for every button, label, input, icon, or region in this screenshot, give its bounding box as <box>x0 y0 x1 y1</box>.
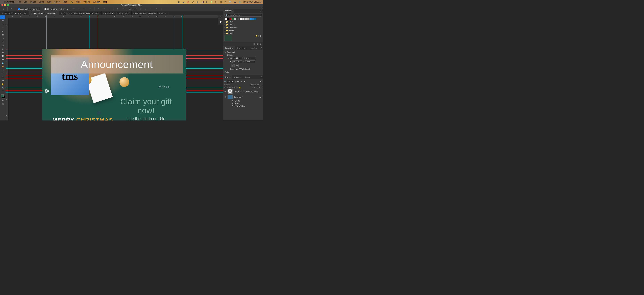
swatch-folder-grayscale[interactable]: ›📁Grayscale <box>224 27 262 28</box>
layer-row[interactable]: 👁 Rectangle 7 fx ˄ <box>223 94 263 100</box>
tab-christmas[interactable]: ×christmas2022.psd @ 33.3% (RGB/8) <box>132 12 168 15</box>
marquee-tool[interactable]: ▭ <box>0 19 5 22</box>
canvas-width-input[interactable] <box>233 57 242 60</box>
home-button[interactable]: ⌂ <box>1 7 5 11</box>
user-icon[interactable]: ◯ <box>215 1 218 3</box>
orientation-landscape[interactable]: ▭ <box>235 64 238 67</box>
lasso-tool[interactable]: ⟆ <box>0 22 5 26</box>
swatch[interactable] <box>242 18 245 20</box>
align-left-icon[interactable]: ≡ <box>72 7 76 11</box>
dodge-tool[interactable]: 🔆 <box>0 65 5 68</box>
close-tab-icon[interactable]: × <box>31 12 32 14</box>
effects-header[interactable]: 👁Effects <box>223 100 263 102</box>
swatch-folder-light[interactable]: ›📁Light <box>224 32 262 34</box>
filter-smart-icon[interactable]: ▣ <box>244 80 245 82</box>
brush-tool[interactable]: 🖌 <box>0 44 5 47</box>
close-tab-icon[interactable]: × <box>103 12 104 14</box>
swatch-delete-icon[interactable]: 🗑 <box>260 35 262 41</box>
align-full-icon[interactable]: ☰ <box>88 7 92 11</box>
tab-paths[interactable]: Paths <box>243 75 252 79</box>
quickmask-toggle[interactable]: ◙ <box>0 99 5 102</box>
swatch-delete-icon[interactable]: 🗑 <box>260 43 262 45</box>
align-bottom-icon[interactable]: ⊥ <box>107 7 111 11</box>
tab-properties[interactable]: Properties <box>223 46 235 50</box>
swatch[interactable] <box>229 18 232 20</box>
layer-thumb[interactable] <box>228 89 232 94</box>
align-top-icon[interactable]: ⊤ <box>96 7 100 11</box>
collapsed-panel-icon[interactable]: ☷ <box>218 16 223 20</box>
menu-select[interactable]: Select <box>54 1 60 3</box>
wand-tool[interactable]: ✧ <box>0 26 5 30</box>
align-center-h-icon[interactable]: ≣ <box>78 7 82 11</box>
canvas-area[interactable]: 0 1 2 3 4 5 6 7 8 9 10 11 12 13 14 15 16… <box>6 15 223 120</box>
path-select-tool[interactable]: ▷ <box>0 75 5 79</box>
screenmode-toggle[interactable]: ▣ <box>0 102 5 106</box>
ruler-horizontal[interactable]: 0 1 2 3 4 5 6 7 8 9 10 11 12 13 14 15 16… <box>8 15 223 18</box>
swatch[interactable] <box>224 18 227 20</box>
control-center-icon[interactable]: ◎ <box>220 1 222 3</box>
control-icon[interactable]: ☰ <box>234 1 236 3</box>
minimize-window-button[interactable] <box>4 4 6 6</box>
more-align-icon[interactable]: ⋯ <box>121 7 125 11</box>
move-tool-preset[interactable]: ✥▾ <box>10 7 14 11</box>
menu-view[interactable]: View <box>76 1 80 3</box>
show-transform-controls[interactable]: Show Transform Controls <box>44 8 68 10</box>
hex-icon[interactable]: ⬡ <box>192 1 194 3</box>
lock-trans-icon[interactable]: ▦ <box>229 86 231 88</box>
heal-tool[interactable]: ✚ <box>0 40 5 44</box>
filter-pixel-icon[interactable]: ▧ <box>235 80 236 82</box>
menu-3d[interactable]: 3D <box>70 1 73 3</box>
history-brush-tool[interactable]: ↺ <box>0 51 5 54</box>
zoom-window-button[interactable] <box>7 4 9 6</box>
menuextra-icon[interactable]: ▦ <box>177 1 180 3</box>
layer-fx-badge[interactable]: fx ˄ <box>260 96 262 98</box>
swatch-folder-pastel[interactable]: ›📁Pastel <box>224 30 262 32</box>
orientation-portrait[interactable]: ▯ <box>231 64 234 67</box>
visibility-toggle[interactable]: 👁 <box>224 96 226 98</box>
swatch[interactable] <box>247 18 249 20</box>
swatch-new-icon[interactable]: ⊞ <box>257 43 258 45</box>
opacity-value[interactable]: 100% <box>256 84 261 86</box>
close-tab-icon[interactable]: × <box>133 12 134 14</box>
panel-menu-icon[interactable]: ☰ <box>260 9 263 13</box>
link-wh-icon[interactable]: ⛓ <box>228 57 229 59</box>
app-name[interactable]: Photoshop <box>4 1 14 3</box>
menu-window[interactable]: Window <box>93 1 100 3</box>
lock-nest-icon[interactable]: ⊡ <box>236 86 238 88</box>
shape-tool[interactable]: ▭ <box>0 79 5 82</box>
ruler-origin[interactable] <box>6 15 8 18</box>
tab-libraries[interactable]: Libraries <box>248 46 258 50</box>
swatch-folder-cmyk[interactable]: ›📁CMYK <box>224 24 262 26</box>
tab-fnc[interactable]: ×FNC.psd @ 34.3% (RGB/8) * <box>0 12 29 15</box>
color-wells[interactable] <box>1 94 5 99</box>
effect-stroke[interactable]: 👁Stroke <box>223 102 263 105</box>
menu-image[interactable]: Image <box>30 1 36 3</box>
tab-swatches[interactable]: Swatches <box>223 9 234 13</box>
ruler-vertical[interactable]: 3 0 6 8 <box>6 18 8 120</box>
filter-adjust-icon[interactable]: ◐ <box>237 80 239 82</box>
swatch[interactable] <box>254 18 256 20</box>
close-window-button[interactable] <box>1 4 3 6</box>
type-tool[interactable]: T <box>0 72 5 75</box>
tab-untitled1[interactable]: ×Untitled-1 @ 500% (Bottom banner, RGB/8… <box>59 12 102 15</box>
move-tool[interactable]: ✥ <box>0 16 5 19</box>
blend-mode[interactable]: Normal <box>224 84 230 86</box>
auto-select-kind[interactable]: Layer <box>32 7 40 10</box>
swatch-new-icon[interactable]: ⊞ <box>258 35 260 41</box>
crop-tool[interactable]: ⌗ <box>0 30 5 33</box>
swatch-folder-icon[interactable]: 📁 <box>256 35 258 41</box>
swatch[interactable] <box>240 18 242 20</box>
pen-tool[interactable]: ✒ <box>0 68 5 72</box>
tab-channels[interactable]: Channels <box>232 75 243 79</box>
fill-value[interactable]: 100% <box>256 86 260 88</box>
menu-type[interactable]: Type <box>47 1 51 3</box>
align-middle-icon[interactable]: ⊢ <box>102 7 106 11</box>
cloud-icon[interactable]: ☁ <box>182 1 185 3</box>
canvas-height-input[interactable] <box>232 60 242 63</box>
stage-icon[interactable]: ◫ <box>196 1 199 3</box>
layer-filter-kind[interactable]: Kind <box>227 80 234 83</box>
menu-plugins[interactable]: Plugins <box>84 1 90 3</box>
menu-edit[interactable]: Edit <box>24 1 27 3</box>
distribute-icon[interactable]: ⫴ <box>116 7 120 11</box>
hand-tool[interactable]: ✋ <box>0 82 5 86</box>
